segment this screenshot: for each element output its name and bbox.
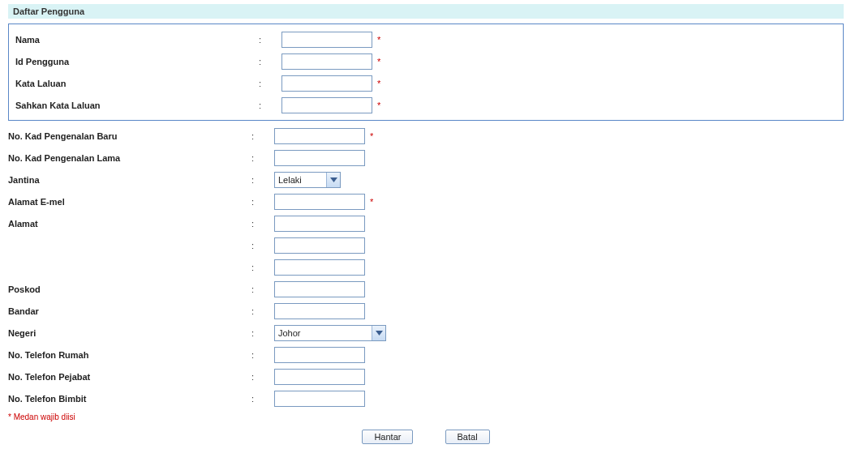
label-tel-pejabat: No. Telefon Pejabat: [8, 372, 251, 382]
tel-pejabat-input[interactable]: [274, 369, 365, 385]
alamat-line3-input[interactable]: [274, 259, 365, 276]
row-bandar: Bandar :: [8, 301, 844, 322]
required-marker: *: [377, 100, 380, 110]
sahkan-kata-laluan-input[interactable]: [281, 97, 372, 113]
poskod-input[interactable]: [274, 281, 365, 297]
row-emel: Alamat E-mel : *: [8, 191, 844, 212]
colon: :: [259, 57, 281, 66]
row-jantina: Jantina : Lelaki: [8, 169, 844, 190]
tel-rumah-input[interactable]: [274, 347, 365, 363]
colon: :: [251, 372, 274, 382]
label-negeri: Negeri: [8, 328, 251, 338]
negeri-select[interactable]: Johor: [274, 325, 386, 341]
row-tel-rumah: No. Telefon Rumah :: [8, 344, 844, 366]
label-tel-rumah: No. Telefon Rumah: [8, 350, 251, 360]
row-sahkan-kata-laluan: Sahkan Kata Laluan : *: [15, 95, 836, 116]
colon: :: [251, 131, 274, 141]
colon: :: [251, 153, 274, 163]
row-id-pengguna: Id Pengguna : *: [15, 51, 836, 72]
kata-laluan-input[interactable]: [281, 75, 372, 92]
colon: :: [251, 219, 274, 229]
label-poskod: Poskod: [8, 284, 251, 294]
row-tel-pejabat: No. Telefon Pejabat :: [8, 366, 844, 387]
svg-marker-1: [376, 331, 383, 336]
row-kp-baru: No. Kad Pengenalan Baru : *: [8, 126, 844, 147]
label-id-pengguna: Id Pengguna: [15, 57, 259, 66]
label-kp-baru: No. Kad Pengenalan Baru: [8, 131, 251, 141]
row-kp-lama: No. Kad Pengenalan Lama :: [8, 147, 844, 169]
required-marker: *: [370, 131, 373, 141]
colon: :: [251, 175, 274, 185]
label-kata-laluan: Kata Laluan: [15, 79, 259, 88]
colon: :: [251, 394, 274, 404]
chevron-down-icon: [372, 326, 385, 340]
colon: :: [259, 79, 281, 88]
svg-marker-0: [330, 177, 337, 182]
submit-button[interactable]: Hantar: [362, 430, 413, 444]
row-negeri: Negeri : Johor: [8, 323, 844, 344]
row-nama: Nama : *: [15, 29, 836, 50]
nama-input[interactable]: [281, 32, 372, 48]
colon: :: [251, 306, 274, 316]
label-sahkan-kata-laluan: Sahkan Kata Laluan: [15, 100, 259, 110]
label-bandar: Bandar: [8, 306, 251, 316]
label-tel-bimbit: No. Telefon Bimbit: [8, 394, 251, 404]
colon: :: [251, 263, 274, 272]
tel-bimbit-input[interactable]: [274, 391, 365, 407]
required-marker: *: [377, 35, 380, 45]
row-tel-bimbit: No. Telefon Bimbit :: [8, 388, 844, 409]
emel-input[interactable]: [274, 194, 365, 210]
negeri-selected: Johor: [275, 328, 304, 338]
cancel-button[interactable]: Batal: [445, 430, 490, 444]
alamat-line2-input[interactable]: [274, 237, 365, 254]
kp-baru-input[interactable]: [274, 128, 365, 144]
row-alamat-2: :: [8, 235, 844, 256]
page-title: Daftar Pengguna: [8, 4, 844, 19]
required-marker: *: [377, 79, 380, 88]
colon: :: [251, 284, 274, 294]
id-pengguna-input[interactable]: [281, 53, 372, 70]
kp-lama-input[interactable]: [274, 150, 365, 166]
label-jantina: Jantina: [8, 175, 251, 185]
colon: :: [259, 35, 281, 45]
button-row: Hantar Batal: [8, 430, 844, 444]
colon: :: [251, 328, 274, 338]
row-poskod: Poskod :: [8, 279, 844, 300]
row-alamat-1: Alamat :: [8, 213, 844, 234]
colon: :: [259, 100, 281, 110]
required-marker: *: [370, 197, 373, 207]
row-kata-laluan: Kata Laluan : *: [15, 73, 836, 94]
required-note: * Medan wajib diisi: [8, 413, 844, 421]
colon: :: [251, 241, 274, 250]
label-nama: Nama: [15, 35, 259, 45]
chevron-down-icon: [326, 173, 340, 187]
jantina-select[interactable]: Lelaki: [274, 172, 341, 188]
credentials-box: Nama : * Id Pengguna : * Kata Laluan : *: [8, 24, 844, 121]
colon: :: [251, 197, 274, 207]
label-alamat: Alamat: [8, 219, 251, 229]
required-marker: *: [377, 57, 380, 66]
row-alamat-3: :: [8, 257, 844, 278]
alamat-line1-input[interactable]: [274, 216, 365, 232]
colon: :: [251, 350, 274, 360]
label-kp-lama: No. Kad Pengenalan Lama: [8, 153, 251, 163]
jantina-selected: Lelaki: [275, 175, 305, 185]
bandar-input[interactable]: [274, 303, 365, 319]
label-emel: Alamat E-mel: [8, 197, 251, 207]
